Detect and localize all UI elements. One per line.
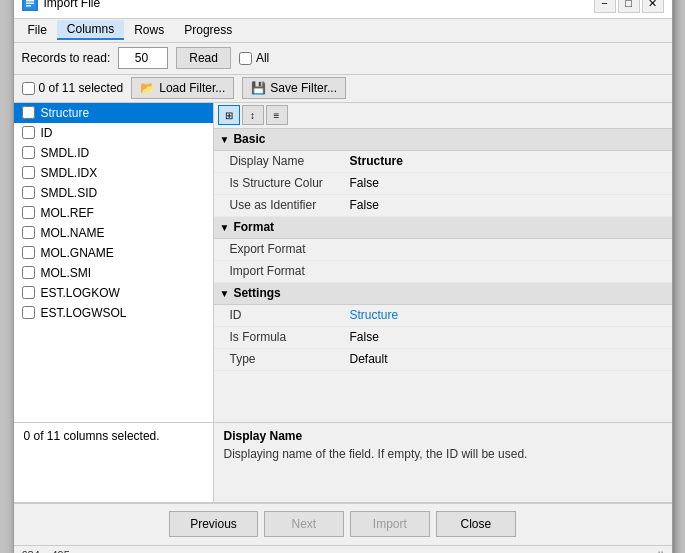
column-label: MOL.REF <box>41 206 94 220</box>
menu-item-progress[interactable]: Progress <box>174 21 242 39</box>
import-file-window: Import File − □ ✕ FileColumnsRowsProgres… <box>13 0 673 553</box>
prop-toolbar: ⊞ ↕ ≡ <box>214 103 672 129</box>
prop-value: Structure <box>350 154 403 168</box>
next-button[interactable]: Next <box>264 511 344 537</box>
status-right: Display Name Displaying name of the fiel… <box>214 423 672 502</box>
prop-label: Type <box>230 352 350 366</box>
import-button[interactable]: Import <box>350 511 430 537</box>
select-all-checkbox[interactable] <box>22 82 35 95</box>
column-checkbox[interactable] <box>22 146 35 159</box>
status-row: 0 of 11 columns selected. Display Name D… <box>14 423 672 503</box>
minimize-button[interactable]: − <box>594 0 616 13</box>
column-checkbox[interactable] <box>22 206 35 219</box>
prop-label: Export Format <box>230 242 350 256</box>
column-list-item[interactable]: MOL.NAME <box>14 223 213 243</box>
prop-label: Is Structure Colur <box>230 176 350 190</box>
help-desc: Displaying name of the field. If empty, … <box>224 447 662 461</box>
help-title: Display Name <box>224 429 662 443</box>
column-list-item[interactable]: SMDL.ID <box>14 143 213 163</box>
close-window-button[interactable]: ✕ <box>642 0 664 13</box>
main-content: StructureIDSMDL.IDSMDL.IDXSMDL.SIDMOL.RE… <box>14 103 672 423</box>
dimensions-label: 634 x 495 <box>22 549 70 553</box>
prop-row: IDStructure <box>214 305 672 327</box>
chevron-icon: ▼ <box>220 288 230 299</box>
column-label: EST.LOGKOW <box>41 286 120 300</box>
column-list-item[interactable]: ID <box>14 123 213 143</box>
properties-panel: ⊞ ↕ ≡ ▼BasicDisplay NameStructureIs Stru… <box>214 103 672 422</box>
close-button[interactable]: Close <box>436 511 516 537</box>
column-list-item[interactable]: EST.LOGKOW <box>14 283 213 303</box>
prop-row: Import Format <box>214 261 672 283</box>
column-checkbox[interactable] <box>22 186 35 199</box>
window-title: Import File <box>44 0 594 10</box>
prop-row: Is FormulaFalse <box>214 327 672 349</box>
prop-row: Export Format <box>214 239 672 261</box>
save-filter-button[interactable]: 💾 Save Filter... <box>242 77 346 99</box>
prop-section-header[interactable]: ▼Settings <box>214 283 672 305</box>
prop-label: Use as Identifier <box>230 198 350 212</box>
column-list-item[interactable]: SMDL.SID <box>14 183 213 203</box>
menu-item-file[interactable]: File <box>18 21 57 39</box>
svg-rect-2 <box>26 3 34 5</box>
prop-view-btn-3[interactable]: ≡ <box>266 105 288 125</box>
records-input[interactable] <box>118 47 168 69</box>
column-label: EST.LOGWSOL <box>41 306 127 320</box>
prop-label: Import Format <box>230 264 350 278</box>
prop-value: Structure <box>350 308 399 322</box>
column-checkbox[interactable] <box>22 226 35 239</box>
read-button[interactable]: Read <box>176 47 231 69</box>
toolbar: Records to read: Read All <box>14 43 672 75</box>
menu-item-columns[interactable]: Columns <box>57 20 124 40</box>
window-icon <box>22 0 38 11</box>
button-bar: Previous Next Import Close <box>14 503 672 545</box>
load-filter-button[interactable]: 📂 Load Filter... <box>131 77 234 99</box>
prop-row: Use as IdentifierFalse <box>214 195 672 217</box>
select-all-label: 0 of 11 selected <box>22 81 124 95</box>
column-label: SMDL.SID <box>41 186 98 200</box>
prop-label: Is Formula <box>230 330 350 344</box>
prop-value: Default <box>350 352 388 366</box>
prop-row: Is Structure ColurFalse <box>214 173 672 195</box>
prop-view-btn-2[interactable]: ↕ <box>242 105 264 125</box>
column-checkbox[interactable] <box>22 106 35 119</box>
save-filter-icon: 💾 <box>251 81 266 95</box>
menu-item-rows[interactable]: Rows <box>124 21 174 39</box>
prop-section-header[interactable]: ▼Basic <box>214 129 672 151</box>
all-label: All <box>239 51 269 65</box>
prop-row: TypeDefault <box>214 349 672 371</box>
column-list-panel: StructureIDSMDL.IDSMDL.IDXSMDL.SIDMOL.RE… <box>14 103 214 422</box>
column-checkbox[interactable] <box>22 166 35 179</box>
title-bar-buttons: − □ ✕ <box>594 0 664 13</box>
chevron-icon: ▼ <box>220 222 230 233</box>
all-checkbox[interactable] <box>239 52 252 65</box>
column-list-item[interactable]: SMDL.IDX <box>14 163 213 183</box>
resize-grip: ⠿ <box>657 550 664 554</box>
selected-count: 0 of 11 selected <box>39 81 124 95</box>
column-checkbox[interactable] <box>22 266 35 279</box>
column-checkbox[interactable] <box>22 246 35 259</box>
prop-value: False <box>350 198 379 212</box>
column-list-item[interactable]: MOL.GNAME <box>14 243 213 263</box>
column-list-item[interactable]: Structure <box>14 103 213 123</box>
column-list-item[interactable]: EST.LOGWSOL <box>14 303 213 323</box>
column-list-item[interactable]: MOL.SMI <box>14 263 213 283</box>
maximize-button[interactable]: □ <box>618 0 640 13</box>
filter-bar: 0 of 11 selected 📂 Load Filter... 💾 Save… <box>14 75 672 103</box>
records-label: Records to read: <box>22 51 111 65</box>
column-label: SMDL.ID <box>41 146 90 160</box>
title-bar: Import File − □ ✕ <box>14 0 672 19</box>
prop-view-btn-1[interactable]: ⊞ <box>218 105 240 125</box>
svg-rect-3 <box>26 5 31 7</box>
prop-value: False <box>350 330 379 344</box>
column-label: SMDL.IDX <box>41 166 98 180</box>
column-checkbox[interactable] <box>22 306 35 319</box>
column-list-item[interactable]: MOL.REF <box>14 203 213 223</box>
svg-rect-1 <box>26 0 34 2</box>
previous-button[interactable]: Previous <box>169 511 258 537</box>
prop-section-header[interactable]: ▼Format <box>214 217 672 239</box>
columns-selected-text: 0 of 11 columns selected. <box>24 429 160 443</box>
prop-label: Display Name <box>230 154 350 168</box>
column-checkbox[interactable] <box>22 126 35 139</box>
column-checkbox[interactable] <box>22 286 35 299</box>
prop-row: Display NameStructure <box>214 151 672 173</box>
